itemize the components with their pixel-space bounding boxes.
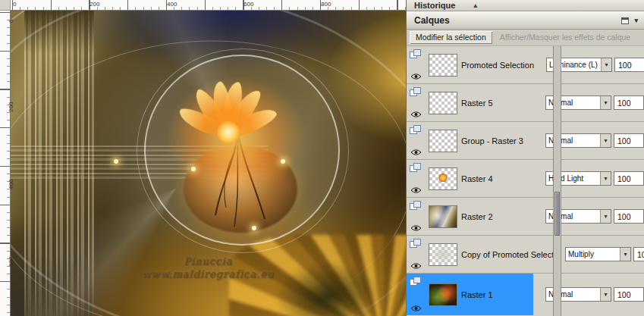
opacity-field[interactable]: 100 [633, 247, 644, 261]
artwork-sparkle [252, 226, 256, 230]
layer-thumbnail [429, 54, 457, 77]
layer-row-selected[interactable]: Raster 1 Normal ▾ 100 [407, 274, 644, 315]
history-panel-header[interactable]: Historique ▴ [407, 0, 644, 11]
chevron-down-icon: ▾ [600, 96, 611, 109]
layer-thumbnail [429, 130, 457, 152]
visibility-eye-icon[interactable] [410, 305, 422, 312]
layer-list: Promoted Selection Luminance (L) ▾ 100 [407, 46, 644, 316]
chevron-down-icon: ▾ [600, 134, 611, 147]
watermark: Pinuccia www.maldiregrafica.eu [124, 255, 291, 280]
layer-name: Group - Raster 3 [461, 136, 523, 145]
visibility-eye-icon[interactable] [410, 224, 422, 232]
visibility-eye-icon[interactable] [410, 73, 422, 80]
chevron-down-icon[interactable]: ▾ [634, 17, 638, 24]
collapse-arrow-icon[interactable]: ▴ [473, 2, 477, 9]
layer-row[interactable]: Promoted Selection Luminance (L) ▾ 100 [407, 46, 644, 84]
layer-thumbnail [429, 205, 457, 228]
ruler-label: 200 [8, 102, 14, 112]
layer-select-area[interactable]: Raster 4 [407, 160, 533, 197]
visibility-eye-icon[interactable] [410, 111, 422, 118]
layer-thumbnail [429, 92, 457, 114]
artwork-flower-core [217, 121, 240, 144]
history-panel-title: Historique [414, 1, 455, 10]
ruler-label: 400 [8, 180, 14, 189]
visibility-eye-icon[interactable] [410, 262, 422, 270]
panel-menu-icon[interactable] [621, 17, 629, 24]
ruler-corner [0, 0, 11, 11]
layer-select-area[interactable]: Raster 2 [407, 198, 533, 235]
artwork-sparkle [191, 167, 196, 171]
opacity-field[interactable]: 100 [614, 95, 644, 110]
artwork-sparkle [281, 159, 285, 164]
layer-select-area[interactable]: Raster 1 [407, 274, 533, 315]
layer-select-area[interactable]: Copy of Promoted Selection [407, 236, 553, 273]
layer-list-scrollbar[interactable] [553, 46, 561, 316]
ruler-label: 0 [8, 20, 14, 23]
chevron-down-icon: ▾ [601, 58, 611, 71]
layer-row[interactable]: Raster 4 Hard Light ▾ 100 [407, 160, 644, 198]
scrollbar-thumb[interactable] [554, 192, 560, 236]
artwork-sparkle [114, 159, 118, 164]
ruler-label: 200 [90, 1, 99, 8]
watermark-url: www.maldiregrafica.eu [124, 268, 291, 280]
watermark-name: Pinuccia [124, 255, 291, 268]
ruler-label: 400 [167, 1, 177, 8]
blend-mode-value: Multiply [566, 250, 620, 258]
layer-group-icon [410, 125, 422, 135]
layer-name: Copy of Promoted Selection [461, 250, 553, 259]
chevron-down-icon: ▾ [620, 248, 630, 261]
opacity-field[interactable]: 100 [614, 287, 644, 302]
blend-mode-dropdown[interactable]: Multiply ▾ [565, 247, 631, 261]
layers-panel-title: Calques [414, 15, 450, 26]
ruler-label: 600 [8, 257, 14, 267]
layer-icon [410, 239, 422, 249]
tab-toggle-layer-effects[interactable]: Afficher/Masquer les effets de calque [500, 31, 636, 44]
layer-select-area[interactable]: Raster 5 [407, 84, 533, 121]
layer-name: Raster 5 [461, 99, 493, 108]
horizontal-ruler: 0 200 400 600 800 [11, 0, 406, 11]
ruler-label: 0 [13, 1, 16, 8]
layer-row[interactable]: Copy of Promoted Selection Multiply ▾ 10… [407, 236, 644, 274]
layer-icon [410, 87, 422, 97]
app-window: 0 200 400 600 800 0 200 400 600 [0, 0, 644, 316]
layer-select-area[interactable]: Group - Raster 3 [407, 122, 533, 159]
layer-thumbnail [429, 283, 457, 306]
opacity-field[interactable]: 100 [614, 133, 644, 148]
visibility-eye-icon[interactable] [410, 186, 422, 194]
layer-icon [410, 201, 422, 211]
layer-name: Promoted Selection [461, 61, 534, 70]
canvas[interactable]: Pinuccia www.maldiregrafica.eu [11, 11, 406, 316]
opacity-field[interactable]: 100 [614, 171, 644, 186]
right-panel: Historique ▴ Calques ▾ Modifier la sélec… [406, 0, 644, 316]
layer-name: Raster 2 [461, 212, 493, 221]
layer-thumbnail [429, 243, 457, 266]
opacity-field[interactable]: 100 [614, 209, 644, 224]
layer-name: Raster 1 [461, 290, 493, 299]
layer-icon [410, 163, 422, 173]
layer-select-area[interactable]: Promoted Selection [407, 46, 534, 83]
ruler-label: 600 [243, 1, 253, 8]
opacity-field[interactable]: 100 [614, 58, 644, 72]
vertical-ruler: 0 200 400 600 [0, 11, 11, 316]
layer-name: Raster 4 [461, 174, 493, 183]
tab-modify-selection[interactable]: Modifier la sélection [410, 31, 492, 44]
chevron-down-icon: ▾ [600, 210, 611, 223]
layers-panel-header[interactable]: Calques ▾ [407, 11, 644, 30]
ruler-label: 800 [321, 1, 331, 8]
chevron-down-icon: ▾ [600, 288, 611, 301]
layers-toolbar: Modifier la sélection Afficher/Masquer l… [407, 30, 644, 46]
chevron-down-icon: ▾ [600, 172, 611, 185]
layer-icon [410, 49, 422, 59]
layer-thumbnail [429, 167, 457, 190]
visibility-eye-icon[interactable] [410, 149, 422, 156]
layer-row[interactable]: Group - Raster 3 Normal ▾ 100 [407, 122, 644, 160]
layer-row[interactable]: Raster 2 Normal ▾ 100 [407, 198, 644, 236]
layer-icon [410, 277, 422, 286]
layer-row[interactable]: Raster 5 Normal ▾ 100 [407, 84, 644, 122]
